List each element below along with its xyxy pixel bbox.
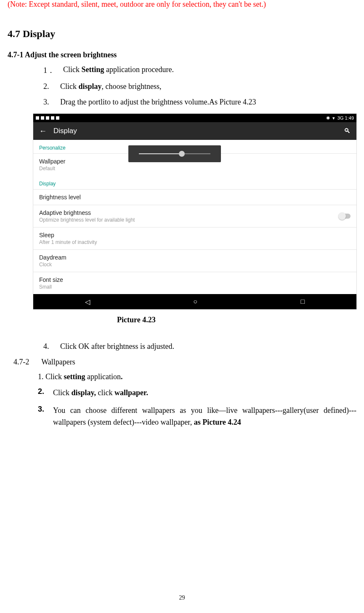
screenshot-figure: ✱ ▾ 3G 1:49 ← Display 🔍︎ Personalize Wal… bbox=[33, 113, 356, 310]
list-item-brightness[interactable]: Brightness level bbox=[33, 189, 356, 205]
nav-home-icon[interactable]: ○ bbox=[193, 298, 197, 305]
android-screenshot: ✱ ▾ 3G 1:49 ← Display 🔍︎ Personalize Wal… bbox=[33, 113, 357, 310]
brightness-slider[interactable] bbox=[139, 153, 210, 154]
step-text: Click display, choose brightness, bbox=[60, 82, 162, 91]
step-3: 3. Drag the portlito to adjust the brigh… bbox=[43, 98, 356, 107]
subsection-2-title: 4.7-2 Wallpapers bbox=[13, 358, 356, 367]
status-bar: ✱ ▾ 3G 1:49 bbox=[33, 114, 356, 122]
status-icon bbox=[56, 116, 59, 120]
search-icon[interactable]: 🔍︎ bbox=[344, 127, 351, 135]
network-label: 3G 1:49 bbox=[337, 115, 354, 120]
steps-list-1: 1． Click Setting application procedure. … bbox=[43, 65, 356, 107]
step-text: Click Setting application procedure. bbox=[63, 65, 174, 75]
list-title: Brightness level bbox=[39, 194, 351, 201]
subsection-title: 4.7-1 Adjust the screen brightness bbox=[8, 51, 356, 59]
step-num: 2. bbox=[38, 387, 46, 399]
list-sub: After 1 minute of inactivity bbox=[39, 239, 351, 245]
brightness-slider-popup bbox=[128, 145, 221, 162]
step-num: 3. bbox=[43, 98, 52, 107]
back-arrow-icon[interactable]: ← bbox=[39, 127, 47, 136]
slider-fill bbox=[139, 153, 182, 154]
status-icon bbox=[41, 116, 44, 120]
wallpaper-step-3: 3. You can choose different wallpapers a… bbox=[38, 405, 356, 428]
step-num: 1． bbox=[43, 65, 55, 75]
list-title: Adaptive brightness bbox=[39, 209, 135, 216]
picture-label: Picture 4.23 bbox=[117, 316, 356, 324]
wallpaper-step-1: 1. Click setting application. bbox=[38, 372, 356, 381]
app-bar: ← Display 🔍︎ bbox=[33, 122, 356, 140]
toggle-thumb bbox=[338, 212, 346, 220]
subsection-2-num: 4.7-2 bbox=[13, 358, 40, 367]
android-nav-bar: ◁ ○ □ bbox=[33, 294, 356, 309]
list-sub: Small bbox=[39, 284, 351, 290]
toggle-switch[interactable] bbox=[339, 214, 351, 219]
status-left-icons bbox=[36, 116, 59, 120]
status-icon bbox=[51, 116, 54, 120]
list-item-daydream[interactable]: Daydream Clock bbox=[33, 249, 356, 272]
nav-back-icon[interactable]: ◁ bbox=[85, 298, 90, 306]
status-icon bbox=[46, 116, 49, 120]
nav-recent-icon[interactable]: □ bbox=[301, 298, 305, 305]
step-1: 1． Click Setting application procedure. bbox=[43, 65, 356, 75]
list-sub: Default bbox=[39, 166, 351, 171]
step-text: You can choose different wallpapers as y… bbox=[53, 405, 356, 428]
step-text: Click OK after brightness is adjusted. bbox=[60, 342, 174, 351]
status-icon bbox=[36, 116, 39, 120]
list-title: Font size bbox=[39, 276, 351, 283]
list-item-adaptive[interactable]: Adaptive brightness Optimize brightness … bbox=[33, 205, 356, 227]
subsection-2-label: Wallpapers bbox=[41, 358, 75, 366]
wallpaper-steps: 1. Click setting application. 2. Click d… bbox=[8, 372, 356, 428]
step-num: 2. bbox=[43, 82, 52, 91]
wallpaper-step-2: 2. Click display, click wallpaper. bbox=[38, 387, 356, 399]
page-number: 29 bbox=[0, 594, 364, 601]
step-text: Drag the portlito to adjust the brightne… bbox=[60, 98, 256, 107]
section-title: 4.7 Display bbox=[8, 28, 356, 40]
app-bar-title: Display bbox=[53, 127, 77, 135]
wifi-icon: ▾ bbox=[332, 115, 335, 121]
list-title: Sleep bbox=[39, 232, 351, 238]
step-2: 2. Click display, choose brightness, bbox=[43, 82, 356, 91]
note-text: (Note: Except standard, silent, meet, ou… bbox=[8, 0, 356, 9]
list-sub: Optimize brightness level for available … bbox=[39, 217, 135, 223]
list-sub: Clock bbox=[39, 262, 351, 268]
status-right: ✱ ▾ 3G 1:49 bbox=[326, 115, 354, 121]
step-text: Click display, click wallpaper. bbox=[53, 387, 148, 399]
bluetooth-icon: ✱ bbox=[326, 115, 330, 121]
steps-list-1b: 4. Click OK after brightness is adjusted… bbox=[43, 342, 356, 351]
step-num: 3. bbox=[38, 405, 46, 428]
step-num: 4. bbox=[43, 342, 52, 351]
slider-thumb[interactable] bbox=[179, 151, 185, 157]
list-title: Daydream bbox=[39, 254, 351, 261]
step-4: 4. Click OK after brightness is adjusted… bbox=[43, 342, 356, 351]
list-item-sleep[interactable]: Sleep After 1 minute of inactivity bbox=[33, 227, 356, 249]
list-item-font[interactable]: Font size Small bbox=[33, 272, 356, 294]
group-label-display: Display bbox=[33, 176, 356, 189]
